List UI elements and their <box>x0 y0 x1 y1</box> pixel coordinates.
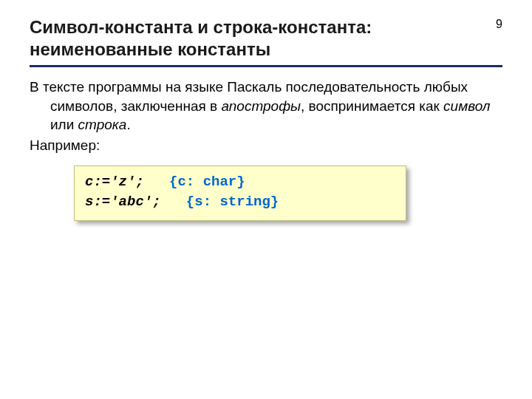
p1-em-symbol: символ <box>443 98 490 114</box>
paragraph-1: В тексте программы на языке Паскаль посл… <box>30 78 502 134</box>
slide: Символ-константа и строка-константа: неи… <box>0 0 532 221</box>
p1-em-string: строка <box>78 117 127 132</box>
p1-or: или <box>50 117 78 132</box>
p1-line-d: воспринимается как <box>309 98 444 114</box>
page-number: 9 <box>481 16 502 31</box>
p1-line-a: В тексте программы на языке Паскаль посл… <box>30 79 420 95</box>
header-row: Символ-константа и строка-константа: неи… <box>30 16 502 61</box>
code-comment-2: {s: string} <box>186 194 279 210</box>
body-text: В тексте программы на языке Паскаль посл… <box>30 78 502 155</box>
title-rule <box>30 65 502 67</box>
p1-em-apostrophes: апострофы <box>221 98 301 114</box>
code-box: c:='z'; {c: char} s:='abc'; {s: string} <box>74 166 406 221</box>
code-line-1: c:='z'; <box>85 174 169 190</box>
p1-period: . <box>126 117 130 132</box>
page-title: Символ-константа и строка-константа: неи… <box>30 16 481 61</box>
code-line-2: s:='abc'; <box>85 194 186 210</box>
paragraph-2: Например: <box>30 136 502 155</box>
code-comment-1: {c: char} <box>169 174 245 190</box>
p1-comma: , <box>301 98 304 114</box>
